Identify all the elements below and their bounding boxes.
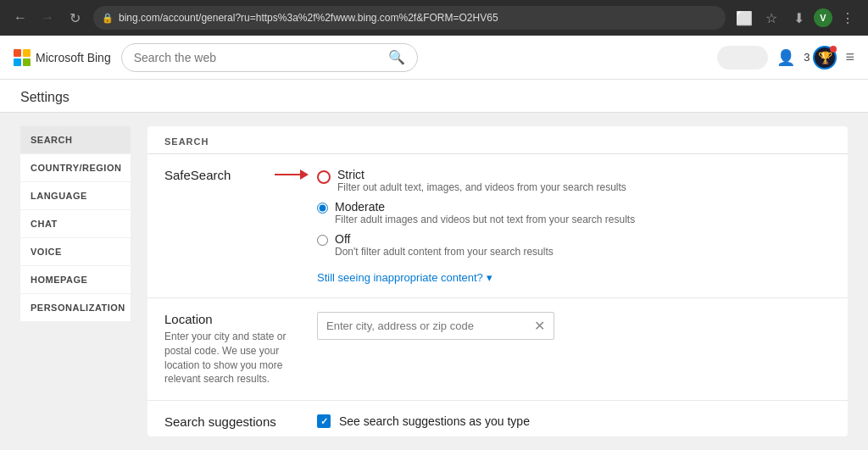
bing-logo: Microsoft Bing	[14, 49, 111, 66]
off-option-text: Off Don't filter adult content from your…	[335, 232, 554, 258]
moderate-title: Moderate	[335, 200, 635, 214]
arrow-indicator	[275, 169, 309, 180]
chevron-down-icon: ▾	[487, 271, 492, 284]
search-icon[interactable]: 🔍	[388, 49, 405, 65]
reward-notification-dot	[830, 46, 837, 53]
strict-title: Strict	[337, 168, 626, 181]
arrow-head	[300, 169, 309, 180]
location-row: Location Enter your city and state or po…	[164, 312, 831, 386]
suggestions-checkbox[interactable]: ✓	[317, 414, 331, 428]
strict-radio-circle[interactable]	[317, 170, 331, 184]
logo-squares	[14, 49, 31, 66]
bookmark-button[interactable]: ☆	[760, 6, 783, 30]
search-suggestions-section: Search suggestions ✓ See search suggesti…	[147, 401, 848, 436]
moderate-option-text: Moderate Filter adult images and videos …	[335, 200, 635, 225]
app-header: Microsoft Bing 🔍 👤 3 🏆 ≡	[0, 36, 868, 80]
strict-option-text: Strict Filter out adult text, images, an…	[337, 168, 626, 193]
moderate-radio[interactable]	[317, 203, 328, 214]
download-button[interactable]: ⬇	[787, 6, 810, 30]
radio-group: Strict Filter out adult text, images, an…	[317, 168, 831, 284]
search-suggestions-heading: Search suggestions	[164, 414, 300, 429]
menu-button[interactable]: ⋮	[836, 6, 860, 30]
location-label: Location Enter your city and state or po…	[164, 312, 300, 386]
main-content: SEARCH SafeSearch	[147, 126, 848, 436]
forward-button[interactable]: →	[36, 6, 59, 30]
inappropriate-link[interactable]: Still seeing inappropriate content? ▾	[317, 271, 831, 284]
search-bar[interactable]: 🔍	[121, 43, 418, 72]
check-icon: ✓	[320, 416, 328, 427]
refresh-button[interactable]: ↻	[63, 6, 86, 30]
url-text: bing.com/account/general?ru=https%3a%2f%…	[119, 12, 717, 24]
sidebar-item-search[interactable]: SEARCH	[20, 126, 131, 154]
moderate-desc: Filter adult images and videos but not t…	[335, 214, 635, 225]
sidebar-item-language[interactable]: LANGUAGE	[20, 182, 131, 210]
radio-option-off: Off Don't filter adult content from your…	[317, 232, 831, 258]
safesearch-row: SafeSearch	[164, 168, 831, 284]
lock-icon: 🔒	[102, 13, 114, 24]
user-avatar-blurred	[717, 46, 768, 69]
safesearch-section: SafeSearch	[147, 154, 848, 298]
sidebar-item-country-region[interactable]: COUNTRY/REGION	[20, 154, 131, 182]
reward-badge[interactable]: 3 🏆	[804, 46, 837, 69]
sidebar-item-personalization[interactable]: PERSONALIZATION	[20, 294, 131, 322]
logo-red	[14, 49, 21, 57]
arrow-line	[275, 174, 300, 175]
location-heading: Location	[164, 312, 300, 326]
back-button[interactable]: ←	[8, 6, 32, 30]
search-suggestions-controls: ✓ See search suggestions as you type	[317, 414, 831, 432]
location-clear-button[interactable]: ✕	[534, 318, 545, 334]
sidebar-item-voice[interactable]: VOICE	[20, 238, 131, 266]
radio-option-moderate: Moderate Filter adult images and videos …	[317, 200, 831, 225]
safesearch-controls: Strict Filter out adult text, images, an…	[317, 168, 831, 284]
location-desc: Enter your city and state or postal code…	[164, 330, 300, 386]
settings-title: Settings	[0, 80, 868, 113]
settings-sidebar: SEARCH COUNTRY/REGION LANGUAGE CHAT VOIC…	[20, 126, 131, 436]
suggestion-row: ✓ See search suggestions as you type	[317, 414, 831, 428]
search-suggestions-label: Search suggestions	[164, 414, 300, 432]
location-section: Location Enter your city and state or po…	[147, 298, 848, 401]
search-input[interactable]	[134, 51, 381, 64]
screen-cast-button[interactable]: ⬜	[732, 6, 756, 30]
reward-count: 3	[804, 51, 810, 64]
hamburger-menu-icon[interactable]: ≡	[845, 48, 854, 66]
nav-buttons: ← → ↻	[8, 6, 86, 30]
strict-desc: Filter out adult text, images, and video…	[337, 181, 626, 193]
inappropriate-link-text: Still seeing inappropriate content?	[317, 271, 483, 284]
logo-green	[23, 58, 31, 66]
off-desc: Don't filter adult content from your sea…	[335, 246, 554, 258]
suggestions-checkbox-label: See search suggestions as you type	[339, 414, 530, 428]
logo-yellow	[23, 49, 31, 57]
sidebar-item-chat[interactable]: CHAT	[20, 210, 131, 238]
settings-page: Settings SEARCH COUNTRY/REGION LANGUAGE …	[0, 80, 868, 450]
location-input[interactable]	[326, 319, 529, 332]
safesearch-label: SafeSearch	[164, 168, 300, 284]
settings-body: SEARCH COUNTRY/REGION LANGUAGE CHAT VOIC…	[0, 113, 868, 450]
search-suggestions-row: Search suggestions ✓ See search suggesti…	[164, 414, 831, 432]
off-radio[interactable]	[317, 235, 328, 246]
sidebar-item-homepage[interactable]: HOMEPAGE	[20, 266, 131, 294]
location-input-wrap[interactable]: ✕	[317, 312, 554, 340]
radio-option-strict: Strict Filter out adult text, images, an…	[317, 168, 831, 193]
bing-brand-text: Microsoft Bing	[36, 51, 111, 64]
profile-button[interactable]: V	[814, 8, 832, 27]
browser-chrome: ← → ↻ 🔒 bing.com/account/general?ru=http…	[0, 0, 868, 36]
off-title: Off	[335, 232, 554, 246]
trophy-icon: 🏆	[818, 51, 832, 64]
location-controls: ✕	[317, 312, 831, 386]
person-icon[interactable]: 👤	[776, 48, 795, 67]
header-right: 👤 3 🏆 ≡	[717, 46, 854, 69]
section-header: SEARCH	[147, 126, 848, 154]
logo-blue	[14, 58, 21, 66]
address-bar[interactable]: 🔒 bing.com/account/general?ru=https%3a%2…	[93, 6, 726, 30]
reward-icon: 🏆	[813, 46, 837, 69]
browser-actions: ⬜ ☆ ⬇ V ⋮	[732, 6, 860, 30]
